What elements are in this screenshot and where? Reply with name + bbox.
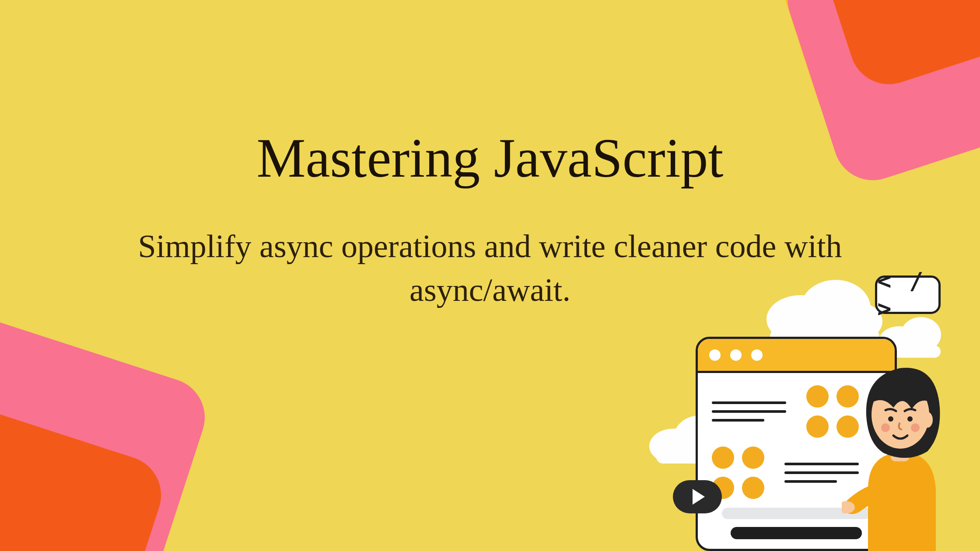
text-lines-icon xyxy=(712,401,786,422)
window-dot xyxy=(730,349,742,361)
svg-point-15 xyxy=(907,416,913,422)
window-dot xyxy=(751,349,763,361)
hero-illustration: < / > xyxy=(630,262,954,551)
svg-point-16 xyxy=(881,423,890,432)
corner-decoration-bottom-left xyxy=(0,298,298,551)
svg-point-18 xyxy=(922,412,933,428)
person-illustration xyxy=(842,332,956,551)
play-icon xyxy=(673,480,722,513)
svg-point-17 xyxy=(911,423,920,432)
page-title: Mastering JavaScript xyxy=(0,127,980,190)
svg-point-14 xyxy=(888,416,893,422)
window-dot xyxy=(709,349,721,361)
code-tag-icon: < / > xyxy=(875,276,941,314)
